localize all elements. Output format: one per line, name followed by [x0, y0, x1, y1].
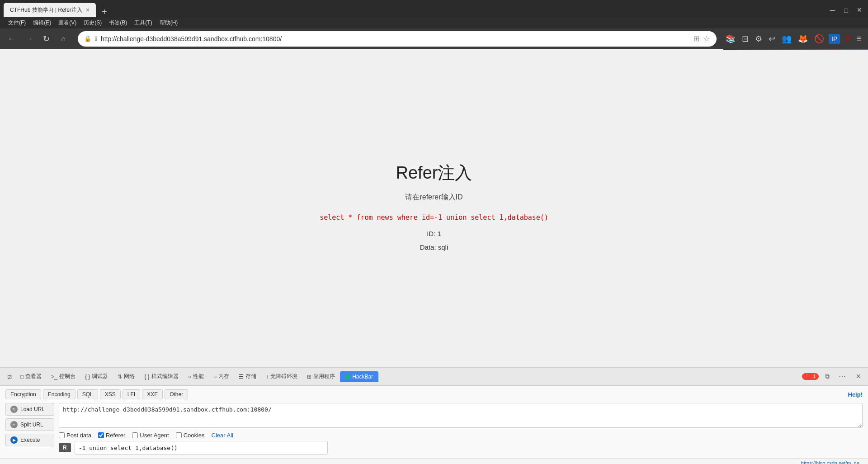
menu-edit[interactable]: 编辑(E) [29, 19, 55, 27]
close-button[interactable]: × [854, 5, 864, 15]
menu-bookmarks[interactable]: 书签(B) [105, 19, 131, 27]
hackbar-main-area: ↻ Load URL ✂ Split URL ▶ Execute http://… [5, 403, 863, 455]
new-tab-button[interactable]: + [98, 6, 111, 17]
url-textarea[interactable]: http://challenge-d3bedd038a599d91.sandbo… [59, 403, 863, 428]
menu-view[interactable]: 查看(V) [55, 19, 80, 27]
tab-bar: CTFHub 技能学习 | Refer注入 × + ─ □ × [0, 0, 868, 17]
memory-icon: ○ [213, 374, 217, 380]
referer-input-row: R [59, 441, 863, 455]
console-icon: >_ [51, 374, 57, 380]
menu-file[interactable]: 文件(F) [5, 19, 29, 27]
devtools-icon[interactable]: ⧄ [4, 370, 15, 383]
lfi-menu-button[interactable]: LFI [123, 389, 140, 399]
error-badge: 🔴 1 [802, 373, 819, 380]
execute-button[interactable]: ▶ Execute [5, 434, 54, 446]
back-button[interactable]: ← [5, 32, 19, 46]
devtools-panel: ⧄ □ 查看器 >_ 控制台 { } 调试器 ⇅ 网络 { } 样式编辑器 [0, 367, 868, 464]
home-button[interactable]: ⌂ [56, 32, 71, 46]
referer-input[interactable] [75, 441, 328, 455]
security-icon: 🔒 [84, 35, 91, 42]
menu-tools[interactable]: 工具(T) [131, 19, 156, 27]
devtools-close-button[interactable]: × [852, 370, 864, 383]
help-button[interactable]: Help! [848, 391, 863, 398]
addon-icon5[interactable]: A [843, 32, 852, 45]
other-menu-button[interactable]: Other [165, 389, 188, 399]
hackbar-menu-row: Encryption Encoding SQL XSS LFI XXE Othe… [5, 389, 863, 399]
toolbar-icons: 📚 ⊟ ⚙ ↩ 👥 🦊 🚫 IP A ≡ [724, 32, 863, 46]
referer-checkbox[interactable] [98, 432, 104, 438]
menu-help[interactable]: 帮助(H) [156, 19, 182, 27]
user-agent-checkbox-label[interactable]: User Agent [132, 432, 169, 439]
tab-application[interactable]: ⊞ 应用程序 [302, 370, 340, 383]
result-id: ID: 1 [320, 227, 548, 241]
status-bar-link[interactable]: https://blog.csdn.net/m_de... [801, 460, 863, 464]
minimize-button[interactable]: ─ [827, 6, 838, 14]
devtools-more-button[interactable]: ⋯ [836, 371, 849, 382]
address-input[interactable] [101, 35, 690, 43]
clear-all-button[interactable]: Clear All [212, 432, 233, 439]
page-title: Refer注入 [320, 161, 548, 185]
maximize-button[interactable]: □ [841, 7, 850, 14]
tab-console[interactable]: >_ 控制台 [47, 370, 80, 383]
info-icon: ℹ [95, 35, 97, 42]
load-url-icon: ↻ [10, 406, 18, 413]
encryption-menu-button[interactable]: Encryption [5, 389, 41, 399]
hackbar-panel: Encryption Encoding SQL XSS LFI XXE Othe… [0, 386, 868, 458]
accessibility-icon: ↑ [266, 374, 269, 380]
application-icon: ⊞ [307, 374, 311, 380]
addon-icon1[interactable]: 👥 [780, 32, 793, 46]
status-bar: https://blog.csdn.net/m_de... [0, 458, 868, 464]
tab-network[interactable]: ⇅ 网络 [113, 370, 139, 383]
forward-button[interactable]: → [22, 32, 36, 46]
user-agent-checkbox[interactable] [132, 432, 138, 438]
tab-accessibility[interactable]: ↑ 无障碍环境 [261, 370, 302, 383]
addon-icon3[interactable]: 🚫 [812, 32, 826, 46]
cookies-checkbox-label[interactable]: Cookies [176, 432, 205, 439]
hackbar-content-area: http://challenge-d3bedd038a599d91.sandbo… [59, 403, 863, 455]
devtools-tab-bar: ⧄ □ 查看器 >_ 控制台 { } 调试器 ⇅ 网络 { } 样式编辑器 [0, 368, 868, 386]
load-url-button[interactable]: ↻ Load URL [5, 403, 54, 416]
sync-icon[interactable]: ⚙ [753, 32, 764, 46]
menu-button[interactable]: ≡ [854, 32, 863, 46]
checkbox-row: Post data Referer User Agent Cookie [59, 432, 863, 439]
library-icon[interactable]: 📚 [724, 32, 737, 46]
xss-menu-button[interactable]: XSS [100, 389, 121, 399]
menu-bar: 文件(F) 编辑(E) 查看(V) 历史(S) 书签(B) 工具(T) 帮助(H… [0, 17, 868, 28]
post-data-checkbox-label[interactable]: Post data [59, 432, 91, 439]
active-tab[interactable]: CTFHub 技能学习 | Refer注入 × [4, 3, 96, 17]
page-subtitle: 请在referer输入ID [320, 193, 548, 202]
tab-performance[interactable]: ○ 性能 [184, 370, 208, 383]
tab-memory[interactable]: ○ 内存 [209, 370, 234, 383]
addon-icon4[interactable]: IP [829, 34, 840, 44]
navigation-toolbar: ← → ↻ ⌂ 🔒 ℹ ⊞ ☆ 📚 ⊟ ⚙ ↩ 👥 🦊 🚫 IP A ≡ [0, 28, 868, 49]
post-data-checkbox[interactable] [59, 432, 65, 438]
hackbar-dot-icon [345, 374, 350, 379]
split-url-button[interactable]: ✂ Split URL [5, 418, 54, 431]
execute-icon: ▶ [10, 436, 18, 444]
storage-icon: ☰ [239, 374, 244, 380]
network-icon: ⇅ [118, 374, 122, 380]
menu-history[interactable]: 历史(S) [80, 19, 105, 27]
devtools-expand-button[interactable]: ⧉ [822, 371, 832, 382]
referer-checkbox-label[interactable]: Referer [98, 432, 125, 439]
tab-inspector[interactable]: □ 查看器 [16, 370, 46, 383]
addon-icon2[interactable]: 🦊 [796, 32, 810, 46]
tab-hackbar[interactable]: HackBar [340, 371, 378, 382]
result-data: Data: sqli [320, 241, 548, 254]
sql-menu-button[interactable]: SQL [77, 389, 98, 399]
tab-close-icon[interactable]: × [86, 6, 90, 14]
perf-icon: ○ [188, 374, 191, 380]
qr-icon[interactable]: ⊞ [693, 34, 699, 43]
sql-query: select * from news where id=-1 union sel… [320, 213, 548, 222]
reload-button[interactable]: ↻ [39, 32, 53, 46]
cookies-checkbox[interactable] [176, 432, 182, 438]
tab-style-editor[interactable]: { } 样式编辑器 [140, 370, 183, 383]
sidebar-icon[interactable]: ⊟ [740, 32, 750, 46]
tab-storage[interactable]: ☰ 存储 [234, 370, 261, 383]
encoding-menu-button[interactable]: Encoding [43, 389, 75, 399]
tab-debugger[interactable]: { } 调试器 [80, 370, 113, 383]
back-arrow-icon[interactable]: ↩ [767, 32, 777, 46]
bookmark-icon[interactable]: ☆ [703, 34, 710, 44]
xxe-menu-button[interactable]: XXE [142, 389, 163, 399]
inspector-icon: □ [20, 374, 24, 380]
